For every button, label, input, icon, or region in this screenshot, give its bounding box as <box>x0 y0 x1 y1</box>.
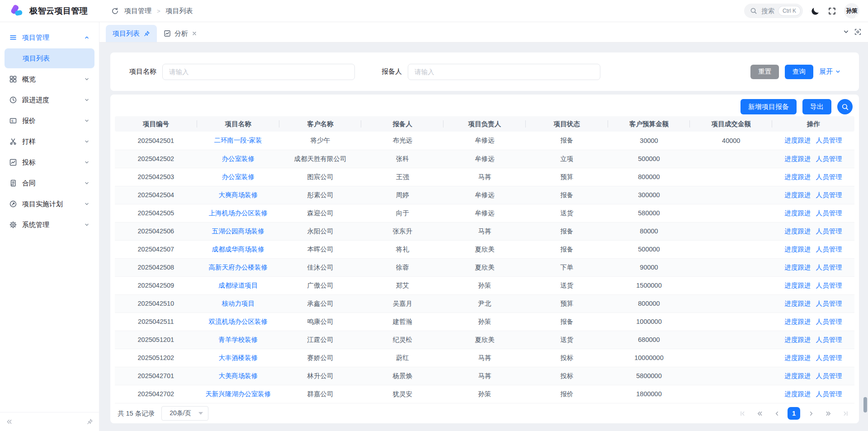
progress-follow-link[interactable]: 进度跟进 <box>785 300 811 307</box>
member-management-link[interactable]: 人员管理 <box>816 318 842 325</box>
member-management-link[interactable]: 人员管理 <box>816 336 842 343</box>
sidebar-collapse-button[interactable] <box>6 418 13 425</box>
member-management-link[interactable]: 人员管理 <box>816 227 842 235</box>
tab-options-button[interactable] <box>843 28 849 35</box>
cell-customer: 承鑫公司 <box>279 294 362 313</box>
last-page-button[interactable] <box>839 407 852 420</box>
member-management-link[interactable]: 人员管理 <box>816 209 842 217</box>
project-name-link[interactable]: 办公室装修 <box>222 155 255 162</box>
member-management-link[interactable]: 人员管理 <box>816 354 842 361</box>
sidebar-item-quotation[interactable]: $: 报价 <box>5 111 94 131</box>
forward-five-pages-button[interactable] <box>822 407 835 420</box>
project-name-link[interactable]: 大丰酒楼装修 <box>218 354 258 361</box>
project-name-link[interactable]: 成都成华商场装修 <box>212 246 264 253</box>
sidebar-item-sampling[interactable]: 打样 <box>5 132 94 152</box>
progress-follow-link[interactable]: 进度跟进 <box>785 137 811 144</box>
project-name-link[interactable]: 大爽商场装修 <box>218 191 258 199</box>
cell-budget: 1800000 <box>608 385 690 403</box>
breadcrumb-item-parent[interactable]: 项目管理 <box>124 7 151 15</box>
progress-follow-link[interactable]: 进度跟进 <box>785 354 811 361</box>
member-management-link[interactable]: 人员管理 <box>816 372 842 379</box>
global-search-button[interactable]: 搜索 Ctrl K <box>744 4 803 18</box>
project-name-link[interactable]: 大美商场装修 <box>218 372 258 379</box>
progress-follow-link[interactable]: 进度跟进 <box>785 282 811 289</box>
next-page-button[interactable] <box>805 407 817 420</box>
add-project-report-button[interactable]: 新增项目报备 <box>741 99 797 114</box>
search-button[interactable]: 查询 <box>785 65 813 79</box>
cell-name: 天新兴隆湖办公室装修 <box>197 385 279 403</box>
member-management-link[interactable]: 人员管理 <box>816 282 842 289</box>
select-arrow-icon <box>198 412 203 415</box>
project-name-link[interactable]: 五湖公园商场装修 <box>212 227 264 235</box>
sidebar-item-system-management[interactable]: 系统管理 <box>5 215 94 235</box>
pin-icon[interactable] <box>143 30 150 37</box>
refresh-icon[interactable] <box>111 7 119 15</box>
close-icon[interactable] <box>192 31 197 36</box>
progress-follow-link[interactable]: 进度跟进 <box>785 390 811 398</box>
sidebar-item-follow-progress[interactable]: 跟进进度 <box>5 90 94 110</box>
export-button[interactable]: 导出 <box>802 99 831 114</box>
project-name-link[interactable]: 成都绿道项目 <box>218 282 258 289</box>
sidebar-pin-button[interactable] <box>86 418 93 425</box>
sidebar-item-overview[interactable]: 概览 <box>5 69 94 89</box>
table-search-button[interactable] <box>837 99 853 114</box>
project-name-link[interactable]: 核动力项目 <box>222 300 255 307</box>
progress-follow-link[interactable]: 进度跟进 <box>785 191 811 199</box>
page-size-select[interactable]: 20条/页 <box>161 406 208 421</box>
progress-follow-link[interactable]: 进度跟进 <box>785 173 811 180</box>
project-name-link[interactable]: 高新天府办公楼装修 <box>208 264 268 271</box>
progress-follow-link[interactable]: 进度跟进 <box>785 372 811 379</box>
sidebar-item-contract[interactable]: 合同 <box>5 173 94 193</box>
previous-page-button[interactable] <box>770 407 783 420</box>
tab-project-list[interactable]: 项目列表 <box>106 25 157 42</box>
cell-actions: 进度跟进人员管理 <box>772 240 854 258</box>
sidebar-item-label: 投标 <box>22 158 36 167</box>
tab-analysis[interactable]: 分析 <box>157 25 204 42</box>
sidebar-item-implementation-plan[interactable]: 项目实施计划 <box>5 194 94 214</box>
progress-follow-link[interactable]: 进度跟进 <box>785 155 811 162</box>
project-name-link[interactable]: 上海机场办公区装修 <box>208 209 268 217</box>
project-name-link[interactable]: 青羊学校装修 <box>218 336 258 343</box>
member-management-link[interactable]: 人员管理 <box>816 300 842 307</box>
avatar[interactable]: 孙策 <box>844 3 859 19</box>
compass-icon <box>9 200 17 208</box>
column-header-reporter: 报备人 <box>361 116 443 132</box>
project-name-input[interactable] <box>162 64 355 80</box>
member-management-link[interactable]: 人员管理 <box>816 137 842 144</box>
member-management-link[interactable]: 人员管理 <box>816 390 842 398</box>
expand-button[interactable]: 展开 <box>819 67 841 76</box>
reporter-input[interactable] <box>408 64 600 80</box>
cell-status: 送货 <box>526 276 608 294</box>
first-page-button[interactable] <box>736 407 749 420</box>
progress-follow-link[interactable]: 进度跟进 <box>785 336 811 343</box>
reset-button[interactable]: 重置 <box>750 65 779 79</box>
progress-follow-link[interactable]: 进度跟进 <box>785 264 811 271</box>
back-five-pages-button[interactable] <box>753 407 766 420</box>
sidebar: 项目管理 项目列表 概览 跟进进度 <box>0 22 99 431</box>
progress-follow-link[interactable]: 进度跟进 <box>785 209 811 217</box>
progress-follow-link[interactable]: 进度跟进 <box>785 246 811 253</box>
progress-follow-link[interactable]: 进度跟进 <box>785 227 811 235</box>
project-name-link[interactable]: 双流机场办公区装修 <box>208 318 268 325</box>
sidebar-item-project-list[interactable]: 项目列表 <box>5 48 94 68</box>
fullscreen-button[interactable] <box>828 7 836 15</box>
price-card-icon: $: <box>9 117 17 125</box>
project-name-link[interactable]: 天新兴隆湖办公室装修 <box>205 390 271 398</box>
project-name-link[interactable]: 二环南一段-家装 <box>214 137 262 144</box>
member-management-link[interactable]: 人员管理 <box>816 246 842 253</box>
project-name-link[interactable]: 办公室装修 <box>222 173 255 180</box>
sidebar-item-project-management[interactable]: 项目管理 <box>5 28 94 47</box>
scrollbar-thumb[interactable] <box>863 397 867 412</box>
member-management-link[interactable]: 人员管理 <box>816 173 842 180</box>
page-number-current[interactable]: 1 <box>788 407 800 420</box>
app-title: 极智云项目管理 <box>29 5 88 16</box>
sidebar-item-bidding[interactable]: 投标 <box>5 152 94 172</box>
member-management-link[interactable]: 人员管理 <box>816 191 842 199</box>
member-management-link[interactable]: 人员管理 <box>816 155 842 162</box>
sidebar-item-label: 项目管理 <box>22 33 49 42</box>
member-management-link[interactable]: 人员管理 <box>816 264 842 271</box>
chevron-down-icon <box>843 28 849 35</box>
content-fullscreen-button[interactable] <box>854 28 862 36</box>
progress-follow-link[interactable]: 进度跟进 <box>785 318 811 325</box>
dark-mode-toggle[interactable] <box>811 6 820 16</box>
